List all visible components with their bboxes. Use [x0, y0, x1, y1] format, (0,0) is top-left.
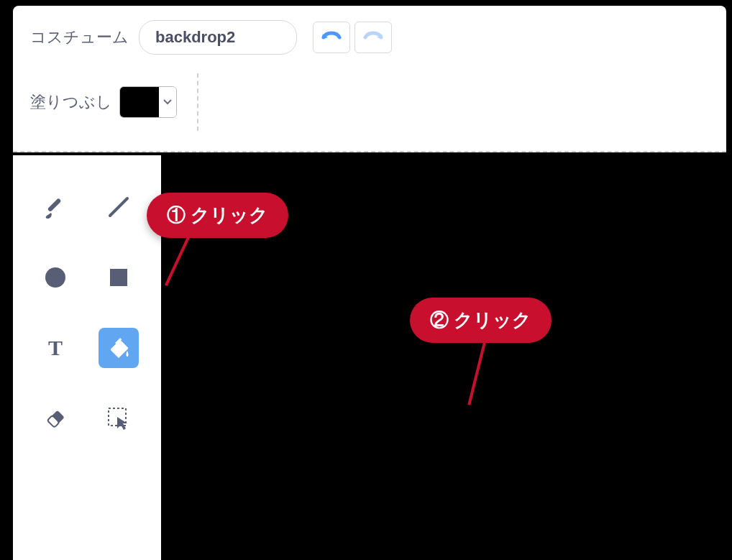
annotation-step2-text: ② クリック	[430, 308, 531, 333]
chevron-down-icon	[163, 99, 172, 105]
undo-icon	[321, 30, 342, 45]
rectangle-tool[interactable]	[99, 257, 139, 298]
select-icon	[104, 404, 133, 433]
redo-icon	[362, 30, 384, 45]
fill-label: 塗りつぶし	[30, 91, 112, 113]
svg-line-1	[110, 198, 127, 216]
costume-header: コスチューム	[13, 6, 726, 62]
line-icon	[104, 193, 133, 221]
eraser-icon	[41, 404, 70, 433]
svg-point-2	[45, 267, 65, 288]
select-tool[interactable]	[99, 398, 139, 439]
circle-icon	[41, 263, 70, 292]
divider-vertical	[197, 73, 198, 131]
annotation-step2: ② クリック	[410, 298, 552, 343]
line-tool[interactable]	[99, 187, 139, 227]
costume-name-input[interactable]	[139, 20, 297, 55]
redo-button[interactable]	[354, 22, 392, 53]
fill-color-picker[interactable]	[119, 86, 177, 118]
circle-tool[interactable]	[35, 257, 76, 298]
annotation-step1-text: ① クリック	[167, 203, 268, 228]
fill-icon	[103, 332, 134, 364]
brush-tool[interactable]	[35, 187, 76, 227]
history-buttons	[313, 22, 392, 53]
tool-panel: T	[13, 155, 161, 560]
eraser-tool[interactable]	[35, 398, 76, 439]
fill-tool[interactable]	[99, 328, 139, 368]
text-icon: T	[41, 334, 70, 362]
brush-icon	[41, 193, 70, 221]
svg-text:T: T	[48, 336, 63, 359]
costume-editor-panel: コスチューム 塗りつぶし	[13, 6, 726, 152]
fill-color-dropdown[interactable]	[159, 87, 176, 117]
text-tool[interactable]: T	[35, 328, 76, 368]
rectangle-icon	[104, 263, 133, 292]
fill-row: 塗りつぶし	[13, 62, 726, 151]
fill-color-swatch	[120, 87, 159, 117]
workspace: T	[13, 155, 732, 560]
svg-rect-0	[47, 198, 62, 212]
annotation-step1: ① クリック	[147, 193, 288, 238]
divider-horizontal	[13, 151, 726, 152]
costume-label: コスチューム	[30, 27, 129, 48]
undo-button[interactable]	[313, 22, 350, 53]
svg-rect-3	[110, 269, 127, 286]
